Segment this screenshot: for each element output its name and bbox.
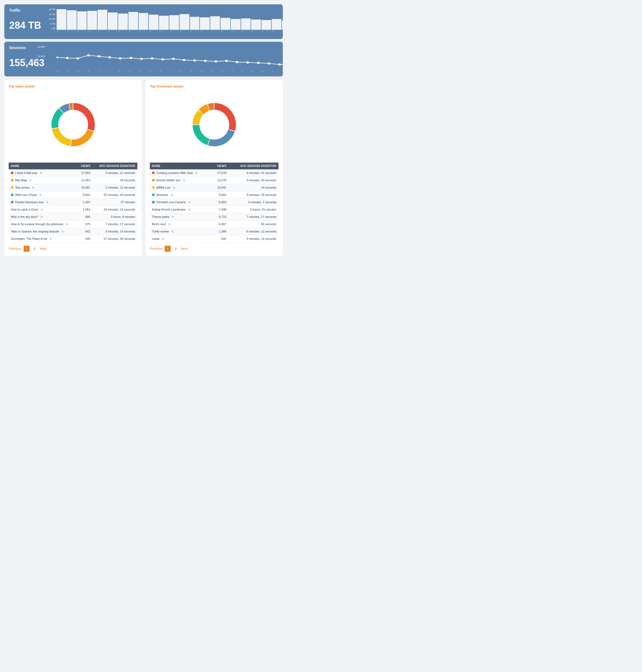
table-row: I want it that way ⇅17,5643 minutes, 12 … (9, 169, 137, 177)
table-cell-duration: 52 minutes, 43 seconds (92, 191, 137, 199)
name-cell: Lamp ⇅ (152, 237, 209, 240)
sessions-dot (162, 58, 164, 61)
sessions-date-label: 12-08-2022 (272, 71, 280, 72)
livestream-page-1[interactable]: 1 (165, 246, 171, 252)
sessions-date-label: 12-08-2022 (200, 71, 208, 72)
sessions-date-label: 12-08-2022 (169, 71, 177, 72)
sort-icon[interactable]: ⇅ (173, 186, 175, 189)
table-cell-name: Eating Kimchi Livestream ⇅ (150, 206, 211, 213)
traffic-date-label: 03-08-2022 (282, 31, 283, 32)
traffic-value: 284 TB (9, 21, 42, 30)
sessions-dot (140, 58, 143, 60)
name-cell: Bird's nest ⇅ (152, 223, 209, 226)
name-cell: Panda Sanctuary tour ⇅ (11, 201, 75, 204)
video-previous-button[interactable]: Previous (9, 246, 22, 252)
table-row: Bird's nest ⇅4,26756 seconds (150, 220, 279, 228)
table-row: Cooking Lessons With Jack ⇅17,5769 minut… (150, 169, 279, 177)
sort-icon[interactable]: ⇅ (32, 186, 34, 189)
traffic-panel: Traffic 284 TB 20 TB 15 TB 10 TB 5 TB 0 … (4, 4, 283, 39)
table-cell-views: 642 (77, 228, 92, 235)
video-page-1[interactable]: 1 (24, 246, 29, 252)
livestream-previous-button[interactable]: Previous (150, 246, 163, 252)
table-cell-views: 1,337 (77, 199, 92, 206)
video-page-2[interactable]: 2 (32, 246, 38, 252)
sessions-value: 155,463 (9, 58, 42, 68)
table-cell-views: 11,453 (77, 177, 92, 184)
video-next-button[interactable]: Next (40, 246, 47, 252)
sessions-date-label: 12-08-2022 (118, 71, 126, 72)
video-donut-chart (41, 92, 106, 157)
sessions-dot (98, 55, 101, 58)
livestream-page-2[interactable]: 2 (173, 246, 179, 252)
table-cell-name: Blip Blap ⇅ (9, 177, 77, 184)
traffic-bar (98, 10, 107, 30)
table-cell-duration: 57 minutes, 39 seconds (92, 235, 137, 242)
sort-icon[interactable]: ⇅ (62, 230, 64, 233)
sort-icon[interactable]: ⇅ (162, 237, 164, 240)
asset-name: Why is the sky blue? (11, 215, 38, 218)
table-cell-views: 642 (211, 235, 229, 242)
name-cell: Turtle review ⇅ (152, 230, 209, 233)
sort-icon[interactable]: ⇅ (188, 208, 190, 211)
table-cell-name: Dinosaur ⇅ (150, 191, 211, 199)
table-cell-views: 6,715 (211, 213, 229, 220)
sessions-date-label: 12-08-2022 (139, 71, 147, 72)
livestream-next-button[interactable]: Next (181, 246, 188, 252)
sort-icon[interactable]: ⇅ (29, 179, 31, 182)
table-row: Tea review ⇅10,5812 minutes, 12 seconds (9, 184, 137, 191)
asset-name: Cooking Lessons With Jack (156, 171, 193, 175)
traffic-y-labels: 20 TB 15 TB 10 TB 5 TB 0 B (47, 8, 55, 30)
sessions-date-label: 12-08-2022 (261, 71, 270, 72)
table-cell-duration: 9 minutes, 41 seconds (229, 169, 279, 177)
video-assets-title: Top video assets (9, 85, 137, 88)
table-cell-name: Lamp ⇅ (150, 235, 211, 242)
traffic-bar (108, 12, 118, 30)
sessions-date-label: 12-08-2022 (241, 71, 249, 72)
sort-icon[interactable]: ⇅ (39, 193, 41, 196)
video-col-views: VIEWS (77, 163, 92, 169)
color-dot (11, 193, 14, 196)
sort-icon[interactable]: ⇅ (66, 223, 68, 226)
livestream-table: NAME VIEWS AVG SESSION DURATION Cooking … (150, 163, 279, 242)
sessions-y-label: 20.000 (38, 46, 45, 48)
livestream-col-name: NAME (150, 163, 211, 169)
traffic-date-label: 26-07-2022 (200, 31, 208, 32)
table-cell-duration: 7 minutes, 17 seconds (92, 220, 137, 228)
sort-icon[interactable]: ⇅ (195, 172, 197, 175)
sort-icon[interactable]: ⇅ (168, 223, 170, 226)
sort-icon[interactable]: ⇅ (41, 208, 43, 211)
bottom-panels: Top video assets NAME VIEWS AVG SESSION … (4, 80, 283, 256)
table-row: Groningen: The Place to be ⇅24557 minute… (9, 235, 137, 242)
sessions-dot (129, 57, 132, 59)
sessions-dot (172, 58, 175, 60)
name-cell: Animal shelter live ⇅ (152, 179, 209, 182)
sort-icon[interactable]: ⇅ (183, 179, 185, 182)
sort-icon[interactable]: ⇅ (171, 193, 173, 196)
table-cell-duration: 5 minutes, 16 seconds (229, 191, 279, 199)
table-row: Wild Lion Chase ⇅9,00152 minutes, 43 sec… (9, 191, 137, 199)
table-row: How to fly a plane through the jetstream… (9, 220, 137, 228)
table-cell-duration: 5 minutes, 12 seconds (229, 228, 279, 235)
name-cell: Cooking Lessons With Jack ⇅ (152, 171, 209, 175)
table-cell-name: Wild Lion Chase ⇅ (9, 191, 77, 199)
sort-icon[interactable]: ⇅ (41, 215, 43, 218)
sort-icon[interactable]: ⇅ (188, 201, 190, 204)
sort-icon[interactable]: ⇅ (46, 201, 49, 204)
traffic-date-label: 21-07-2022 (149, 31, 157, 32)
table-cell-duration: 3 hours, 9 minutes (92, 213, 137, 220)
sessions-date-label: 12-08-2022 (210, 71, 218, 72)
sort-icon[interactable]: ⇅ (40, 172, 42, 175)
sort-icon[interactable]: ⇅ (172, 215, 174, 218)
sessions-date-label: 12-08-2022 (231, 71, 239, 72)
traffic-bar (159, 16, 169, 30)
name-cell: ABBA Live ⇅ (152, 186, 209, 189)
sort-icon[interactable]: ⇅ (50, 237, 52, 240)
svg-point-3 (200, 110, 229, 140)
traffic-date-label: 20-07-2022 (139, 31, 147, 32)
table-cell-views: 10,581 (77, 184, 92, 191)
traffic-date-label: 27-07-2022 (210, 31, 218, 32)
sort-icon[interactable]: ⇅ (171, 230, 174, 233)
traffic-y-label: 5 TB (50, 23, 55, 25)
table-cell-duration: 3 minutes, 14 seconds (92, 228, 137, 235)
sessions-dot (56, 56, 58, 59)
